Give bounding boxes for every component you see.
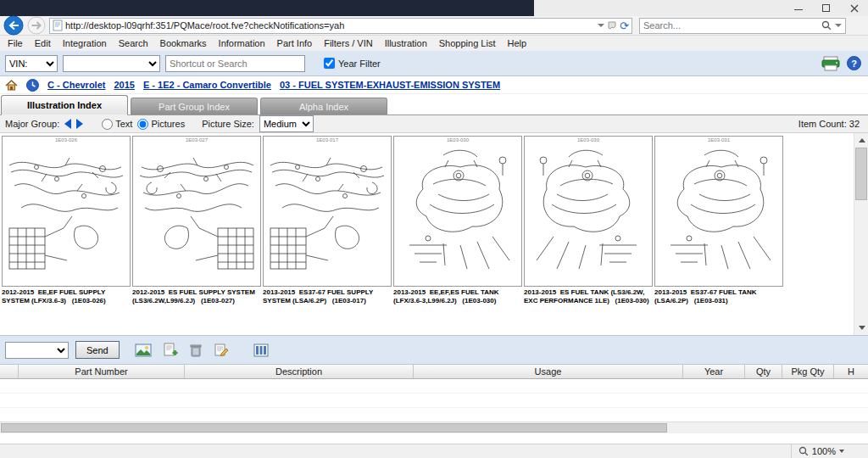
illustration-image[interactable]: 1E03-017: [263, 136, 392, 287]
fuel-tank-drawing: [655, 137, 782, 286]
scroll-down-button[interactable]: [854, 321, 868, 335]
year-filter-checkbox[interactable]: [324, 58, 335, 69]
send-button[interactable]: Send: [75, 341, 120, 359]
thumbnail-item[interactable]: 1E03-017 2013-2015 ES37-67 FUEL SUPPLY S…: [263, 136, 392, 306]
vertical-scrollbar-thumb[interactable]: [855, 148, 867, 200]
column-settings-button[interactable]: [253, 344, 269, 357]
shortcut-search-input[interactable]: [165, 55, 305, 72]
column-header-qty[interactable]: Qty: [745, 365, 782, 378]
scroll-up-button[interactable]: [854, 133, 868, 148]
minimize-button[interactable]: [784, 0, 812, 16]
help-button[interactable]: ?: [847, 56, 861, 70]
illustration-image[interactable]: 1E03-030: [393, 136, 522, 287]
close-button[interactable]: [840, 0, 868, 16]
home-button[interactable]: [5, 79, 18, 91]
close-icon: [850, 4, 859, 13]
parts-action-select[interactable]: [5, 342, 69, 359]
scroll-down-icon: [859, 326, 865, 330]
forward-icon: [27, 16, 46, 35]
horizontal-scrollbar-thumb[interactable]: [1, 423, 667, 433]
thumbnail-item[interactable]: 1E03-027 2012-2015 ES FUEL SUPPLY SYSTEM…: [132, 136, 261, 306]
parts-toolbar: Send: [0, 335, 868, 365]
menu-item-file[interactable]: File: [2, 36, 29, 51]
menu-item-illustration[interactable]: Illustration: [379, 36, 433, 51]
url-input[interactable]: [65, 20, 595, 31]
menu-item-help[interactable]: Help: [501, 36, 532, 51]
browser-search-box[interactable]: [639, 18, 846, 34]
app-toolbar: VIN: Year Filter ?: [0, 51, 868, 76]
horizontal-scrollbar[interactable]: [0, 422, 868, 433]
window-controls: [784, 0, 868, 16]
column-header-select[interactable]: [0, 365, 19, 378]
illustration-image[interactable]: 1E03-026: [2, 136, 131, 287]
vertical-scrollbar[interactable]: [854, 133, 868, 335]
major-group-prev-button[interactable]: [64, 119, 71, 129]
tab-illustration-index[interactable]: Illustration Index: [1, 95, 128, 115]
url-dropdown-icon[interactable]: [598, 24, 604, 27]
year-filter-toggle[interactable]: Year Filter: [324, 58, 381, 69]
illustration-grid: 1E03-026 2012-2015 EE,EF FUEL SUPPLY SYS…: [0, 133, 868, 335]
refresh-icon[interactable]: ⟳: [620, 20, 629, 31]
url-field[interactable]: ⟳: [49, 18, 632, 34]
column-header-usage[interactable]: Usage: [414, 365, 683, 378]
text-mode-radio[interactable]: [102, 119, 113, 130]
column-header-h[interactable]: H: [834, 365, 868, 378]
column-header-part-number[interactable]: Part Number: [19, 365, 185, 378]
delete-button[interactable]: [189, 343, 203, 358]
titlebar: [0, 0, 868, 16]
menu-item-edit[interactable]: Edit: [29, 36, 57, 51]
zoom-icon: [798, 446, 809, 456]
vin-select[interactable]: VIN:: [5, 55, 58, 72]
text-mode-option[interactable]: Text: [102, 119, 132, 130]
breadcrumb-year[interactable]: 2015: [114, 80, 134, 90]
fuel-supply-drawing: [3, 137, 130, 286]
menu-item-bookmarks[interactable]: Bookmarks: [154, 36, 213, 51]
breadcrumb-model[interactable]: E - 1E2 - Camaro Convertible: [143, 80, 271, 90]
table-row[interactable]: [0, 394, 868, 408]
thumbnail-item[interactable]: 1E03-030 2013-2015 EE,EF,ES FUEL TANK (L…: [393, 136, 522, 306]
menu-item-filters-vin[interactable]: Filters / VIN: [318, 36, 378, 51]
edit-note-button[interactable]: [214, 343, 229, 358]
menu-item-search[interactable]: Search: [113, 36, 154, 51]
thumbnail-item[interactable]: 1E03-031 2013-2015 ES37-67 FUEL TANK (LS…: [654, 136, 783, 306]
forward-button[interactable]: [27, 16, 46, 35]
column-header-year[interactable]: Year: [683, 365, 745, 378]
illustration-image[interactable]: 1E03-030: [524, 136, 653, 287]
illustration-image[interactable]: 1E03-031: [654, 136, 783, 287]
print-button[interactable]: [821, 56, 840, 71]
search-icon[interactable]: [821, 20, 832, 31]
column-header-pkg-qty[interactable]: Pkg Qty: [782, 365, 834, 378]
breadcrumb-section[interactable]: 03 - FUEL SYSTEM-EXHAUST-EMISSION SYSTEM: [280, 80, 500, 90]
pictures-mode-radio[interactable]: [137, 119, 148, 130]
picture-size-select[interactable]: Medium: [259, 115, 314, 132]
column-header-description[interactable]: Description: [185, 365, 414, 378]
add-item-button[interactable]: [163, 343, 178, 358]
compatibility-view-icon[interactable]: [607, 20, 617, 31]
pictures-mode-option[interactable]: Pictures: [137, 119, 185, 130]
maximize-button[interactable]: [812, 0, 840, 16]
zoom-control[interactable]: 100%: [791, 444, 844, 458]
thumbnail-item[interactable]: 1E03-030 2013-2015 ES FUEL TANK (LS3/6.2…: [524, 136, 653, 306]
picture-size-label: Picture Size:: [202, 119, 254, 129]
thumbnail-item[interactable]: 1E03-026 2012-2015 EE,EF FUEL SUPPLY SYS…: [2, 136, 131, 306]
menu-item-integration[interactable]: Integration: [57, 36, 113, 51]
table-row[interactable]: [0, 408, 868, 422]
parts-toolbar-icons: [135, 343, 269, 358]
table-row[interactable]: [0, 379, 868, 394]
menu-item-part-info[interactable]: Part Info: [271, 36, 319, 51]
breadcrumb-make[interactable]: C - Chevrolet: [47, 80, 105, 90]
history-button[interactable]: [26, 79, 39, 92]
browser-search-input[interactable]: [643, 20, 818, 31]
illustration-image[interactable]: 1E03-027: [132, 136, 261, 287]
back-button[interactable]: [3, 15, 24, 36]
export-image-button[interactable]: [135, 344, 152, 357]
tab-part-group-index[interactable]: Part Group Index: [131, 98, 258, 114]
vin-value-select[interactable]: [63, 55, 160, 72]
menu-item-information[interactable]: Information: [213, 36, 271, 51]
thumbnail-caption: 2013-2015 ES37-67 FUEL SUPPLY SYSTEM (LS…: [263, 288, 392, 306]
menu-item-shopping-list[interactable]: Shopping List: [433, 36, 502, 51]
tab-alpha-index[interactable]: Alpha Index: [260, 98, 387, 114]
major-group-next-button[interactable]: [76, 119, 83, 129]
fuel-supply-drawing: [133, 137, 260, 286]
search-dropdown-icon[interactable]: [835, 24, 842, 27]
